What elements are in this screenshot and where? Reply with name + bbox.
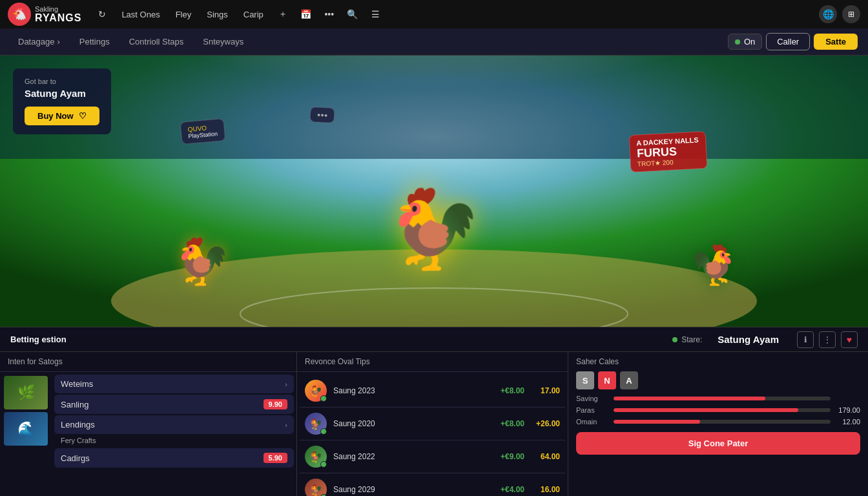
right-badges: S N A	[576, 371, 860, 389]
tip-val-green-0: +€8.00	[489, 386, 524, 395]
tip-name-2: Saung 2022	[333, 452, 482, 461]
caller-button[interactable]: Caller	[766, 33, 810, 50]
cadirgs-badge: 5.90	[264, 453, 287, 463]
menu-icon-btn[interactable]: ☰	[367, 5, 385, 23]
sig-cone-pater-button[interactable]: Sig Cone Pater	[576, 432, 860, 455]
stat-bar-omain	[614, 420, 831, 424]
left-col-content: 🌿 🌊 Weteims › Sanling 9.90	[0, 372, 296, 496]
stat-row-omain: Omain 12.00	[576, 418, 860, 426]
panel-header: Betting estion Stare: Satung Ayam ℹ ⋮ ♥	[0, 327, 868, 352]
rooster-left-icon: 🐓	[174, 235, 230, 288]
menu-item-cadirgs[interactable]: Cadirgs 5.90	[54, 448, 294, 468]
hero-info-panel: Got bar to Satung Ayam Buy Now ♡	[13, 68, 111, 134]
svg-rect-3	[0, 56, 868, 159]
tip-val-green-3: +€4.00	[489, 485, 524, 494]
stat-label-paras: Paras	[576, 406, 608, 414]
stat-label-omain: Omain	[576, 418, 608, 426]
chevron-right-icon: ›	[57, 37, 59, 46]
on-dot	[735, 39, 740, 45]
nav-datagage[interactable]: Datagage ›	[10, 33, 68, 50]
panel-body: Inten for Satogs 🌿 🌊 Weteims › Sanling	[0, 352, 868, 496]
nav-last-ones[interactable]: Last Ones	[116, 7, 165, 22]
tip-avatar-0: 🐓	[305, 380, 327, 402]
calendar-icon-btn[interactable]: 📅	[297, 5, 315, 23]
center-col-header: Revonce Oval Tips	[297, 352, 568, 372]
bottom-panel: Betting estion Stare: Satung Ayam ℹ ⋮ ♥ …	[0, 327, 868, 496]
hero-info-small: Got bar to	[25, 78, 99, 85]
stat-bar-fill-saving	[614, 397, 765, 400]
plus-icon-btn[interactable]: ＋	[274, 5, 292, 23]
thumb-1[interactable]: 🌿	[4, 376, 48, 409]
arrow-icon-2: ›	[285, 421, 287, 429]
left-col-header: Inten for Satogs	[0, 352, 296, 372]
stat-value-omain: 12.00	[836, 418, 860, 426]
satte-button[interactable]: Satte	[814, 34, 858, 50]
share-icon-btn[interactable]: ⋮	[819, 331, 836, 348]
rooster-center-icon: 🐓	[386, 184, 482, 275]
arrow-icon: ›	[285, 380, 287, 388]
menu-item-weteims[interactable]: Weteims ›	[54, 375, 294, 393]
stat-value-paras: 179.00	[836, 406, 860, 414]
stat-bar-fill-omain	[614, 420, 700, 424]
favorite-icon-btn[interactable]: ♥	[841, 331, 858, 348]
center-column: Revonce Oval Tips 🐓 Saung 2023 +€8.00 17…	[297, 352, 568, 496]
panel-right-title: Satung Ayam	[718, 334, 779, 345]
heart-small-icon: ♡	[79, 111, 87, 121]
nav-control-steps[interactable]: Contrioll Staps	[121, 33, 192, 50]
more-icon-btn[interactable]: •••	[320, 5, 338, 23]
tip-val-yellow-3: 16.00	[531, 485, 560, 494]
stat-label-saving: Saving	[576, 395, 608, 402]
nav-fley[interactable]: Fley	[170, 7, 197, 22]
logo-top: Sakling	[35, 6, 81, 13]
live-dot	[672, 337, 677, 342]
tip-name-0: Saung 2023	[333, 386, 482, 395]
left-column: Inten for Satogs 🌿 🌊 Weteims › Sanling	[0, 352, 297, 496]
nav-sings[interactable]: Sings	[202, 7, 233, 22]
tip-row-2: 🐓 Saung 2022 +€9.00 64.00	[300, 440, 565, 473]
stat-bar-saving	[614, 397, 831, 400]
stat-bar-fill-paras	[614, 408, 798, 412]
second-nav: Datagage › Pettings Contrioll Staps Snte…	[0, 28, 868, 56]
betting-section-title: Betting estion	[10, 335, 67, 344]
menu-list: Weteims › Sanling 9.90 Lendings › Fery C…	[52, 372, 296, 496]
logo-bottom: RYANGS	[35, 13, 81, 23]
menu-item-lendings[interactable]: Lendings ›	[54, 415, 294, 434]
badge-s: S	[576, 371, 594, 389]
thumb-2[interactable]: 🌊	[4, 412, 48, 446]
globe-icon-btn[interactable]: 🌐	[819, 5, 837, 23]
tip-row-3: 🐓 Saung 2029 +€4.00 16.00	[300, 473, 565, 496]
tip-val-green-1: +€8.00	[489, 419, 524, 428]
tip-avatar-3: 🐓	[305, 479, 327, 496]
sub-label-fery: Fery Crafts	[54, 435, 294, 447]
tip-row-1: 🐓 Saung 2020 +€8.00 +26.00	[300, 408, 565, 440]
info-icon-btn[interactable]: ℹ	[797, 331, 814, 348]
nav-right-icons: 🌐 ⊞	[819, 5, 860, 23]
tip-val-green-2: +€9.00	[489, 452, 524, 461]
nav-carip[interactable]: Carip	[238, 7, 269, 22]
refresh-icon-btn[interactable]: ↻	[93, 5, 111, 23]
logo: 🐔 Sakling RYANGS	[8, 3, 81, 26]
badge-n: N	[598, 371, 616, 389]
stat-row-paras: Paras 179.00	[576, 406, 860, 414]
tip-val-yellow-0: 17.00	[531, 386, 560, 395]
hero-background: 🐓 🐓 🐓 QUVO PlayStation ●●● A DACKEY NALL…	[0, 56, 868, 327]
float-card-3: A DACKEY NALLS FURUS TROT★ 200	[629, 131, 707, 172]
tip-avatar-1: 🐓	[305, 413, 327, 435]
tip-val-yellow-1: +26.00	[531, 419, 560, 428]
search-icon-btn[interactable]: 🔍	[344, 5, 362, 23]
menu-item-sanling[interactable]: Sanling 9.90	[54, 395, 294, 414]
float-card-1: QUVO PlayStation	[180, 118, 225, 145]
tip-name-3: Saung 2029	[333, 485, 482, 494]
hero-info-title: Satung Ayam	[25, 88, 99, 99]
thumbnail-area: 🌿 🌊	[0, 372, 52, 496]
tip-val-yellow-2: 64.00	[531, 452, 560, 461]
sanling-badge: 9.90	[264, 399, 287, 409]
nav-pettings[interactable]: Pettings	[72, 33, 118, 50]
buy-now-button[interactable]: Buy Now ♡	[25, 107, 99, 125]
right-column: Saher Cales S N A Saving Paras 179.00	[568, 352, 868, 496]
nav-snteyways[interactable]: Snteyways	[195, 33, 251, 50]
on-toggle[interactable]: On	[728, 34, 762, 50]
grid-icon-btn[interactable]: ⊞	[842, 5, 860, 23]
right-col-header: Saher Cales	[576, 357, 860, 366]
rooster-right-icon: 🐓	[689, 242, 738, 288]
